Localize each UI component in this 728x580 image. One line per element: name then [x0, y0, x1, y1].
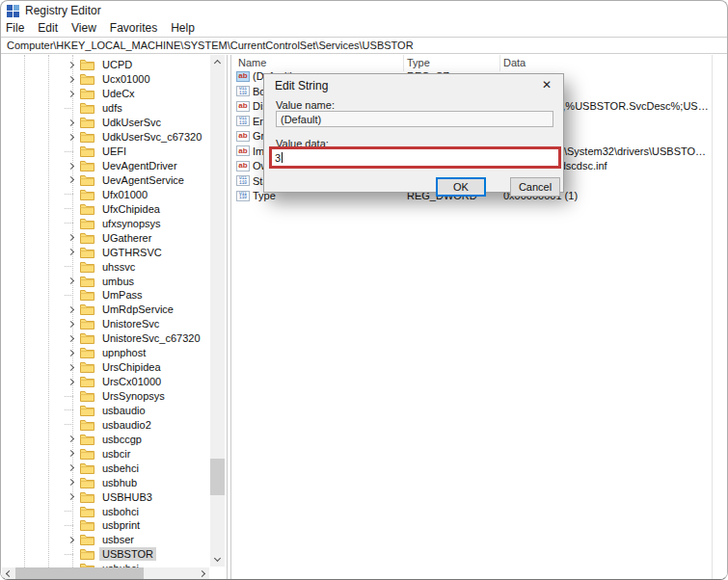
tree-item-usbcir[interactable]: usbcir — [1, 446, 210, 461]
tree-item-label: UevAgentDriver — [99, 159, 180, 172]
expand-arrow-box[interactable] — [65, 538, 78, 542]
tree-item-umbus[interactable]: umbus — [1, 274, 210, 288]
tree-item-udecx[interactable]: UdeCx — [1, 87, 210, 101]
menu-item-favorites[interactable]: Favorites — [110, 21, 165, 35]
tree-vertical-scrollbar[interactable] — [210, 55, 225, 567]
tree-item-uefi[interactable]: UEFI — [1, 145, 210, 159]
expand-arrow-box[interactable] — [65, 424, 78, 425]
tree-item-usbser[interactable]: usbser — [1, 533, 210, 547]
expand-arrow-box[interactable] — [65, 396, 78, 397]
expand-arrow-box[interactable] — [65, 151, 78, 152]
tree-item-udkusersvc[interactable]: UdkUserSvc — [1, 116, 210, 130]
expand-arrow-box[interactable] — [65, 494, 78, 499]
tree-item-upnphost[interactable]: upnphost — [1, 346, 210, 360]
tree-item-usbstor[interactable]: USBSTOR — [1, 547, 210, 562]
expand-arrow-box[interactable] — [65, 307, 78, 312]
expand-arrow-box[interactable] — [65, 278, 78, 283]
tree-horizontal-scrollbar[interactable] — [2, 567, 209, 580]
expand-arrow-box[interactable] — [65, 135, 78, 140]
tree-item-urschipidea[interactable]: UrsChipidea — [1, 360, 210, 375]
expand-arrow-box[interactable] — [65, 235, 78, 240]
value-data-input[interactable]: 3 — [272, 149, 558, 166]
tree-item-umpass[interactable]: UmPass — [1, 288, 210, 303]
menu-item-edit[interactable]: Edit — [38, 21, 66, 35]
expand-arrow-box[interactable] — [65, 436, 78, 441]
cancel-button[interactable]: Cancel — [510, 177, 560, 197]
close-icon[interactable]: ✕ — [538, 77, 555, 92]
expand-arrow-box[interactable] — [65, 511, 78, 512]
tree-item-usbccgp[interactable]: usbccgp — [1, 432, 210, 446]
expand-arrow-box[interactable] — [65, 77, 78, 82]
tree-item-ufxsynopsys[interactable]: ufxsynopsys — [1, 216, 210, 230]
tree-item-unistoresvc_c67320[interactable]: UnistoreSvc_c67320 — [1, 331, 210, 346]
tree-item-usbprint[interactable]: usbprint — [1, 518, 210, 533]
tree-item-udkusersvc_c67320[interactable]: UdkUserSvc_c67320 — [1, 130, 210, 145]
tree-item-usbaudio[interactable]: usbaudio — [1, 404, 210, 418]
tree-item-ucpd[interactable]: UCPD — [1, 58, 210, 72]
scroll-up-button[interactable] — [210, 55, 225, 69]
registry-tree: UCPD Ucx01000 UdeCx udfs UdkUserSvc — [1, 58, 210, 576]
expand-arrow-box[interactable] — [65, 480, 78, 485]
column-header-data[interactable]: Data — [503, 57, 712, 68]
vertical-scroll-thumb[interactable] — [210, 459, 225, 495]
address-bar[interactable]: Computer\HKEY_LOCAL_MACHINE\SYSTEM\Curre… — [1, 37, 727, 54]
tree-item-ufxchipidea[interactable]: UfxChipidea — [1, 201, 210, 216]
scroll-right-button[interactable] — [197, 567, 209, 580]
expand-arrow-box[interactable] — [65, 365, 78, 370]
expand-arrow-box[interactable] — [65, 108, 78, 109]
chevron-right-icon — [67, 91, 73, 97]
tree-item-urscx01000[interactable]: UrsCx01000 — [1, 375, 210, 389]
scroll-down-button[interactable] — [210, 552, 225, 567]
tree-item-ugthrsvc[interactable]: UGTHRSVC — [1, 245, 210, 259]
expand-arrow-box[interactable] — [65, 164, 78, 169]
expand-arrow-box[interactable] — [65, 223, 78, 224]
expand-arrow-box[interactable] — [65, 554, 78, 555]
expand-arrow-box[interactable] — [65, 465, 78, 470]
expand-arrow-box[interactable] — [65, 380, 78, 384]
tree-item-label: UmPass — [99, 288, 146, 302]
menu-item-help[interactable]: Help — [171, 21, 202, 35]
pane-splitter[interactable] — [227, 55, 231, 580]
expand-arrow-box[interactable] — [65, 208, 78, 209]
tree-item-ucx01000[interactable]: Ucx01000 — [1, 72, 210, 87]
expand-arrow-box[interactable] — [65, 177, 78, 182]
column-header-type[interactable]: Type — [407, 57, 502, 68]
tree-item-udfs[interactable]: udfs — [1, 101, 210, 116]
expand-arrow-box[interactable] — [65, 351, 78, 356]
expand-arrow-box[interactable] — [65, 120, 78, 125]
tree-item-unistoresvc[interactable]: UnistoreSvc — [1, 317, 210, 331]
tree-item-ufx01000[interactable]: Ufx01000 — [1, 187, 210, 201]
tree-item-label: UrsSynopsys — [99, 389, 168, 403]
tree-item-ugatherer[interactable]: UGatherer — [1, 230, 210, 245]
horizontal-scroll-thumb[interactable] — [15, 567, 144, 580]
expand-arrow-box[interactable] — [65, 336, 78, 341]
column-header-name[interactable]: Name — [238, 57, 406, 68]
expand-arrow-box[interactable] — [65, 451, 78, 456]
tree-item-label: UnistoreSvc — [99, 317, 162, 330]
scroll-left-button[interactable] — [2, 567, 14, 580]
tree-item-usbhub3[interactable]: USBHUB3 — [1, 489, 210, 504]
tree-item-uevagentservice[interactable]: UevAgentService — [1, 173, 210, 188]
tree-item-uhssvc[interactable]: uhssvc — [1, 259, 210, 274]
tree-item-usbehci[interactable]: usbehci — [1, 461, 210, 475]
chevron-right-icon — [67, 435, 73, 442]
tree-item-usbhub[interactable]: usbhub — [1, 475, 210, 489]
tree-item-usbohci[interactable]: usbohci — [1, 504, 210, 518]
tree-item-usbaudio2[interactable]: usbaudio2 — [1, 417, 210, 432]
expand-arrow-box[interactable] — [65, 250, 78, 254]
expand-arrow-box[interactable] — [65, 266, 78, 267]
expand-arrow-box[interactable] — [65, 92, 78, 96]
ok-button[interactable]: OK — [436, 177, 486, 197]
expand-arrow-box[interactable] — [65, 525, 78, 526]
tree-item-label: ufxsynopsys — [99, 217, 164, 230]
tree-item-uevagentdriver[interactable]: UevAgentDriver — [1, 159, 210, 173]
tree-item-urssynopsys[interactable]: UrsSynopsys — [1, 389, 210, 404]
expand-arrow-box[interactable] — [65, 194, 78, 195]
expand-arrow-box[interactable] — [65, 63, 78, 67]
expand-arrow-box[interactable] — [65, 322, 78, 327]
tree-item-umrdpservice[interactable]: UmRdpService — [1, 303, 210, 317]
menu-item-view[interactable]: View — [71, 21, 104, 35]
menu-item-file[interactable]: File — [6, 21, 32, 35]
expand-arrow-box[interactable] — [65, 295, 78, 296]
expand-arrow-box[interactable] — [65, 409, 78, 410]
